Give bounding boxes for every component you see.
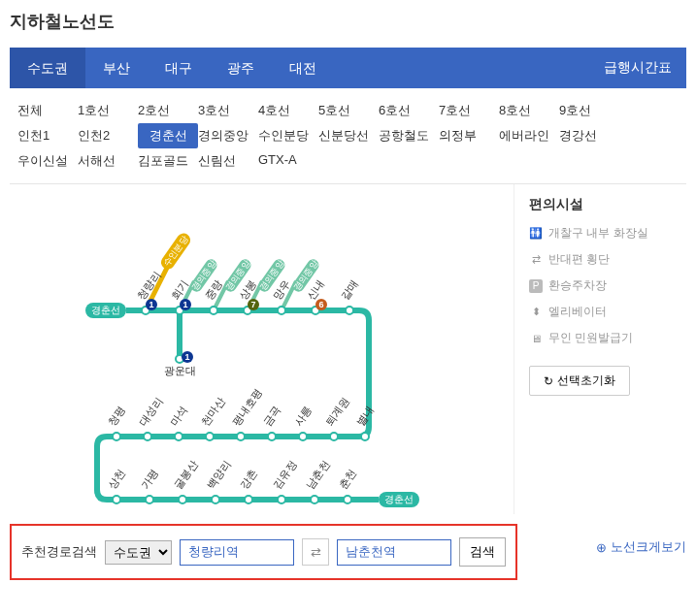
transfer-number: 1	[182, 300, 187, 309]
station-label: 상천	[106, 467, 127, 491]
stations-mid: 청평대성리마석천마산평내호평금곡사릉퇴계원별내	[106, 386, 376, 440]
line-8[interactable]: 8호선	[499, 98, 559, 123]
station-dot[interactable]	[212, 496, 219, 503]
line-suinbundang[interactable]: 수인분당	[258, 123, 318, 148]
station-dot[interactable]	[268, 433, 276, 440]
station-dot[interactable]	[175, 433, 182, 440]
search-button[interactable]: 검색	[459, 537, 506, 567]
line-uijeongbu[interactable]: 의정부	[439, 123, 499, 148]
line-sillim[interactable]: 신림선	[198, 148, 258, 174]
refresh-icon: ↻	[544, 374, 553, 388]
line-gyeongchun[interactable]: 경춘선	[138, 123, 198, 148]
line-incheon2[interactable]: 인천2	[78, 123, 138, 148]
line-5[interactable]: 5호선	[318, 98, 379, 123]
line-gyeongui[interactable]: 경의중앙	[198, 123, 258, 148]
station-label: 춘천	[337, 467, 358, 491]
station-dot[interactable]	[146, 496, 153, 503]
line-incheon1[interactable]: 인천1	[17, 123, 78, 148]
station-label: 강촌	[238, 467, 259, 491]
zoom-label: 노선크게보기	[611, 538, 686, 556]
station-label: 광운대	[164, 365, 196, 376]
region-tab-gwangju[interactable]: 광주	[210, 48, 272, 88]
express-timetable-link[interactable]: 급행시간표	[604, 59, 686, 77]
region-tab-daegu[interactable]: 대구	[148, 48, 210, 88]
station-dot[interactable]	[206, 433, 214, 440]
reset-selection-button[interactable]: ↻ 선택초기화	[529, 366, 630, 396]
line-everline[interactable]: 에버라인	[499, 123, 559, 148]
station-dot[interactable]	[278, 496, 285, 503]
facility-label: 개찰구 내부 화장실	[548, 225, 648, 242]
station-dot[interactable]	[330, 433, 338, 440]
line-4[interactable]: 4호선	[258, 98, 318, 123]
station-dot[interactable]	[237, 433, 245, 440]
line-list: 전체 1호선 2호선 3호선 4호선 5호선 6호선 7호선 8호선 9호선 인…	[10, 88, 686, 184]
region-tab-metro[interactable]: 수도권	[10, 48, 85, 88]
line-gtxa[interactable]: GTX-A	[258, 148, 318, 174]
route-search-label: 추천경로검색	[21, 543, 97, 561]
station-label: 남춘천	[304, 458, 332, 491]
line-gimpo[interactable]: 김포골드	[138, 148, 198, 174]
station-label: 마석	[168, 404, 189, 428]
station-label: 굴봉산	[172, 458, 200, 491]
station-dot[interactable]	[311, 496, 318, 503]
region-tab-daejeon[interactable]: 대전	[272, 48, 334, 88]
line-gyeonggang[interactable]: 경강선	[559, 123, 619, 148]
station-dot[interactable]	[179, 496, 186, 503]
station-dot[interactable]	[299, 433, 307, 440]
zoom-icon: ⊕	[596, 540, 607, 555]
restroom-icon: 🚻	[529, 227, 543, 241]
line-airport[interactable]: 공항철도	[379, 123, 439, 148]
region-select[interactable]: 수도권	[105, 540, 172, 565]
parking-icon: P	[529, 279, 543, 293]
station-dot[interactable]	[113, 433, 120, 440]
line-1[interactable]: 1호선	[78, 98, 138, 123]
station-label: 평내호평	[230, 386, 264, 428]
reset-label: 선택초기화	[557, 373, 615, 389]
station-branch: 광운대1	[164, 351, 196, 376]
facility-label: 반대편 횡단	[548, 251, 610, 268]
station-label: 김유정	[271, 458, 299, 491]
station-dot[interactable]	[113, 496, 120, 503]
facility-restroom: 🚻 개찰구 내부 화장실	[529, 225, 686, 242]
station-dot[interactable]	[361, 433, 369, 440]
facility-elevator: ⬍ 엘리베이터	[529, 304, 686, 320]
transfer-number: 1	[184, 352, 189, 362]
region-tab-busan[interactable]: 부산	[85, 48, 148, 88]
station-label: 사릉	[292, 404, 314, 428]
station-dot[interactable]	[346, 307, 353, 314]
station-dot[interactable]	[278, 307, 285, 314]
line-seohae[interactable]: 서해선	[78, 148, 138, 174]
station-label: 퇴계원	[323, 395, 351, 428]
station-label: 별내	[354, 404, 376, 428]
transfer-number: 1	[149, 300, 153, 309]
elevator-icon: ⬍	[529, 306, 543, 319]
line-9[interactable]: 9호선	[559, 98, 619, 123]
station-label: 청평	[106, 404, 127, 428]
page-title: 지하철노선도	[10, 10, 686, 33]
line-all[interactable]: 전체	[17, 98, 78, 123]
route-map-svg: 경춘선 경춘선 수인분당 청량리1회기1경의중앙중랑경의중앙상봉7경의중앙망우경…	[10, 184, 514, 514]
from-station-input[interactable]	[180, 539, 294, 566]
region-tabs: 수도권 부산 대구 광주 대전 급행시간표	[10, 48, 686, 88]
swap-button[interactable]: ⇄	[302, 538, 329, 566]
route-map[interactable]: 경춘선 경춘선 수인분당 청량리1회기1경의중앙중랑경의중앙상봉7경의중앙망우경…	[10, 184, 514, 514]
station-label: 금곡	[261, 404, 282, 428]
swap-icon: ⇄	[311, 545, 321, 560]
facility-label: 엘리베이터	[548, 304, 607, 320]
station-dot[interactable]	[210, 307, 217, 314]
line-3[interactable]: 3호선	[198, 98, 258, 123]
station-dot[interactable]	[144, 433, 151, 440]
line-7[interactable]: 7호선	[439, 98, 499, 123]
line-shinbundang[interactable]: 신분당선	[318, 123, 379, 148]
station-dot[interactable]	[245, 496, 252, 503]
transfer-number: 6	[318, 300, 323, 309]
to-station-input[interactable]	[337, 539, 451, 566]
line-ui[interactable]: 우이신설	[17, 148, 78, 174]
station-dot[interactable]	[344, 496, 351, 503]
zoom-map-link[interactable]: ⊕ 노선크게보기	[596, 538, 686, 556]
line-6[interactable]: 6호선	[379, 98, 439, 123]
facility-label: 환승주차장	[548, 277, 607, 294]
facility-cross: ⇄ 반대편 횡단	[529, 251, 686, 268]
transfer-number: 7	[250, 300, 255, 309]
line-2[interactable]: 2호선	[138, 98, 198, 123]
